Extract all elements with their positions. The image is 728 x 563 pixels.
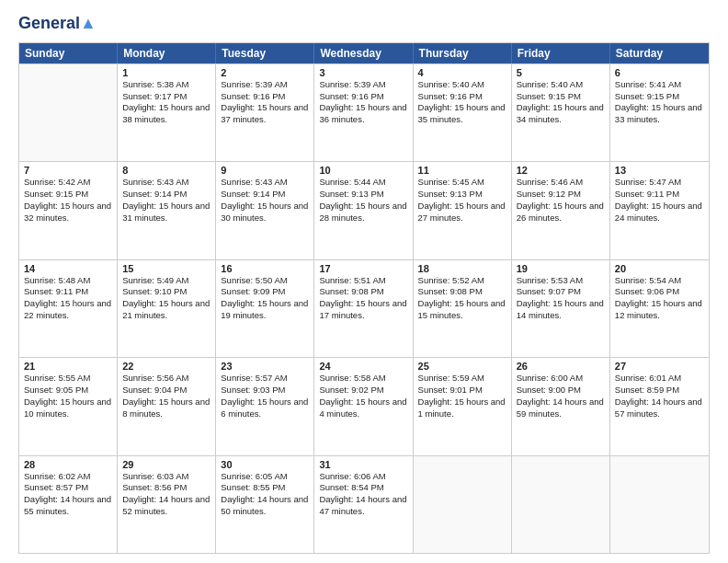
day-number: 10 (319, 165, 407, 176)
day-number: 31 (319, 459, 407, 470)
empty-cell (610, 456, 709, 553)
daylight-hours: Daylight: 15 hours and 8 minutes. (122, 396, 210, 420)
daylight-hours: Daylight: 14 hours and 57 minutes. (615, 396, 704, 420)
daylight-hours: Daylight: 15 hours and 15 minutes. (418, 298, 506, 322)
day-cell-1: 1Sunrise: 5:38 AMSunset: 9:17 PMDaylight… (118, 64, 216, 161)
sunset-time: Sunset: 9:16 PM (221, 91, 309, 103)
sunrise-time: Sunrise: 5:58 AM (319, 373, 407, 385)
daylight-hours: Daylight: 15 hours and 33 minutes. (615, 102, 704, 126)
logo-text: General▲ (18, 15, 97, 33)
sunrise-time: Sunrise: 6:03 AM (122, 471, 210, 483)
sunrise-time: Sunrise: 5:43 AM (122, 177, 210, 189)
day-cell-24: 24Sunrise: 5:58 AMSunset: 9:02 PMDayligh… (314, 358, 413, 454)
header-day-sunday: Sunday (19, 43, 118, 63)
day-number: 7 (24, 165, 112, 176)
daylight-hours: Daylight: 15 hours and 17 minutes. (319, 298, 407, 322)
header-day-thursday: Thursday (414, 43, 512, 63)
day-number: 5 (517, 67, 605, 78)
day-cell-31: 31Sunrise: 6:06 AMSunset: 8:54 PMDayligh… (314, 456, 413, 553)
sunset-time: Sunset: 8:59 PM (615, 385, 704, 396)
day-number: 24 (319, 361, 407, 372)
day-cell-8: 8Sunrise: 5:43 AMSunset: 9:14 PMDaylight… (118, 162, 216, 259)
day-cell-16: 16Sunrise: 5:50 AMSunset: 9:09 PMDayligh… (216, 260, 314, 357)
sunrise-time: Sunrise: 5:40 AM (418, 79, 506, 91)
sunrise-time: Sunrise: 5:39 AM (319, 79, 407, 91)
day-cell-26: 26Sunrise: 6:00 AMSunset: 9:00 PMDayligh… (512, 358, 610, 454)
daylight-hours: Daylight: 14 hours and 55 minutes. (24, 494, 112, 518)
header-day-tuesday: Tuesday (216, 43, 314, 63)
day-number: 4 (418, 67, 506, 78)
sunset-time: Sunset: 9:17 PM (122, 91, 210, 103)
daylight-hours: Daylight: 15 hours and 32 minutes. (24, 201, 112, 224)
sunset-time: Sunset: 8:57 PM (24, 482, 112, 494)
empty-cell (512, 456, 610, 553)
week-row-1: 1Sunrise: 5:38 AMSunset: 9:17 PMDaylight… (19, 63, 709, 161)
sunrise-time: Sunrise: 5:41 AM (615, 79, 704, 91)
sunset-time: Sunset: 9:13 PM (418, 189, 506, 201)
header-day-friday: Friday (512, 43, 610, 63)
sunrise-time: Sunrise: 5:49 AM (122, 275, 210, 287)
day-cell-25: 25Sunrise: 5:59 AMSunset: 9:01 PMDayligh… (414, 358, 512, 454)
day-cell-23: 23Sunrise: 5:57 AMSunset: 9:03 PMDayligh… (216, 358, 314, 454)
sunset-time: Sunset: 9:01 PM (418, 385, 506, 396)
sunset-time: Sunset: 9:10 PM (122, 286, 210, 298)
sunrise-time: Sunrise: 5:39 AM (221, 79, 309, 91)
sunset-time: Sunset: 9:08 PM (418, 286, 506, 298)
sunrise-time: Sunrise: 6:05 AM (221, 471, 309, 483)
day-number: 23 (221, 361, 309, 372)
day-cell-27: 27Sunrise: 6:01 AMSunset: 8:59 PMDayligh… (610, 358, 709, 454)
day-cell-10: 10Sunrise: 5:44 AMSunset: 9:13 PMDayligh… (314, 162, 413, 259)
daylight-hours: Daylight: 15 hours and 12 minutes. (615, 298, 704, 322)
daylight-hours: Daylight: 15 hours and 34 minutes. (517, 102, 605, 126)
day-number: 20 (615, 263, 704, 274)
sunset-time: Sunset: 8:56 PM (122, 482, 210, 494)
day-cell-15: 15Sunrise: 5:49 AMSunset: 9:10 PMDayligh… (118, 260, 216, 357)
calendar-header: SundayMondayTuesdayWednesdayThursdayFrid… (19, 43, 709, 63)
sunrise-time: Sunrise: 5:45 AM (418, 177, 506, 189)
day-cell-12: 12Sunrise: 5:46 AMSunset: 9:12 PMDayligh… (512, 162, 610, 259)
daylight-hours: Daylight: 15 hours and 21 minutes. (122, 298, 210, 322)
day-number: 21 (24, 361, 112, 372)
daylight-hours: Daylight: 15 hours and 27 minutes. (418, 201, 506, 224)
sunrise-time: Sunrise: 5:52 AM (418, 275, 506, 287)
sunset-time: Sunset: 9:14 PM (122, 189, 210, 201)
header: General▲ (18, 15, 710, 33)
sunrise-time: Sunrise: 5:40 AM (517, 79, 605, 91)
week-row-2: 7Sunrise: 5:42 AMSunset: 9:15 PMDaylight… (19, 161, 709, 259)
sunrise-time: Sunrise: 5:55 AM (24, 373, 112, 385)
day-number: 11 (418, 165, 506, 176)
sunset-time: Sunset: 9:07 PM (517, 286, 605, 298)
sunset-time: Sunset: 9:02 PM (319, 385, 407, 396)
day-number: 13 (615, 165, 704, 176)
sunset-time: Sunset: 9:15 PM (517, 91, 605, 103)
calendar: SundayMondayTuesdayWednesdayThursdayFrid… (18, 42, 710, 554)
sunset-time: Sunset: 9:03 PM (221, 385, 309, 396)
sunset-time: Sunset: 9:14 PM (221, 189, 309, 201)
daylight-hours: Daylight: 14 hours and 59 minutes. (517, 396, 605, 420)
daylight-hours: Daylight: 15 hours and 30 minutes. (221, 201, 309, 224)
day-cell-5: 5Sunrise: 5:40 AMSunset: 9:15 PMDaylight… (512, 64, 610, 161)
sunset-time: Sunset: 9:06 PM (615, 286, 704, 298)
day-number: 28 (24, 459, 112, 470)
empty-cell (19, 64, 118, 161)
sunset-time: Sunset: 9:15 PM (615, 91, 704, 103)
day-number: 3 (319, 67, 407, 78)
sunset-time: Sunset: 9:05 PM (24, 385, 112, 396)
sunrise-time: Sunrise: 5:38 AM (122, 79, 210, 91)
calendar-body: 1Sunrise: 5:38 AMSunset: 9:17 PMDaylight… (19, 63, 709, 553)
empty-cell (414, 456, 512, 553)
day-cell-14: 14Sunrise: 5:48 AMSunset: 9:11 PMDayligh… (19, 260, 118, 357)
day-cell-6: 6Sunrise: 5:41 AMSunset: 9:15 PMDaylight… (610, 64, 709, 161)
daylight-hours: Daylight: 15 hours and 6 minutes. (221, 396, 309, 420)
day-cell-20: 20Sunrise: 5:54 AMSunset: 9:06 PMDayligh… (610, 260, 709, 357)
sunrise-time: Sunrise: 5:48 AM (24, 275, 112, 287)
day-number: 15 (122, 263, 210, 274)
sunset-time: Sunset: 9:16 PM (418, 91, 506, 103)
day-cell-9: 9Sunrise: 5:43 AMSunset: 9:14 PMDaylight… (216, 162, 314, 259)
day-number: 2 (221, 67, 309, 78)
day-number: 14 (24, 263, 112, 274)
sunrise-time: Sunrise: 5:56 AM (122, 373, 210, 385)
sunset-time: Sunset: 8:55 PM (221, 482, 309, 494)
day-number: 1 (122, 67, 210, 78)
logo: General▲ (18, 15, 97, 33)
